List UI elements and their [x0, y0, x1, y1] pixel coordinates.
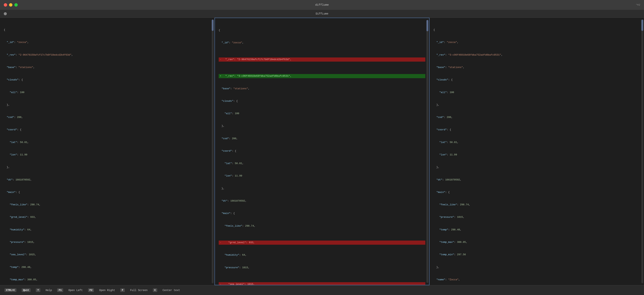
list-item: "base": "stations",: [4, 65, 210, 69]
list-item: "temp_max": 300.05,: [4, 278, 210, 282]
panel-right: { "_id": "zocca", "_rev": "3-c96f46010e6…: [430, 18, 644, 285]
list-item: },: [434, 165, 640, 169]
label-help: Help: [46, 289, 52, 292]
list-item: "coord": {: [219, 149, 426, 153]
center-scrollbar-thumb[interactable]: [426, 20, 428, 31]
list-item: "lat": 50.01,: [219, 161, 426, 166]
label-fullscreen: Full Screen: [130, 289, 148, 292]
list-item: "feels_like": 298.74,: [219, 224, 426, 228]
list-item: "temp": 298.48,: [4, 265, 210, 269]
list-item: "all": 100: [434, 90, 640, 95]
list-item: "dt": 1661870592,: [4, 178, 210, 182]
statusbar: CTRL+C Quit ? Help F1 Open Left F2 Open …: [0, 285, 644, 295]
panel-center: { "_id": "zocca", - "_rev": "2-96476159a…: [214, 18, 430, 285]
list-item: "clouds": {: [434, 78, 640, 82]
list-item: "cod": 200,: [434, 115, 640, 119]
list-item: "all": 100: [219, 111, 426, 116]
list-item: "_rev": "2-96476159afcf17c7b0f18edcd2b4f…: [4, 53, 210, 57]
header-dot: [4, 12, 7, 15]
list-item: "base": "stations",: [219, 87, 426, 91]
list-item: "lat": 50.01,: [434, 140, 640, 144]
list-item: "cod": 200,: [219, 137, 426, 141]
app-header: DiffLume: [0, 10, 644, 18]
list-item-removed: - "grnd_level": 933,: [219, 241, 426, 245]
list-item: "base": "stations",: [434, 65, 640, 69]
list-item: "_id": "zocca",: [219, 41, 426, 45]
list-item-removed: - "_rev": "2-96476159afcf17c7b0f18edcd2b…: [219, 57, 426, 62]
right-scrollbar-thumb[interactable]: [641, 19, 643, 31]
list-item: "sea_level": 1015,: [4, 253, 210, 257]
statusbar-open-left[interactable]: Open Left: [66, 288, 86, 293]
label-open-right: Open Right: [99, 289, 115, 292]
statusbar-help-q[interactable]: ?: [33, 287, 43, 293]
key-quit: Quit: [22, 289, 30, 292]
label-center-text: Center text: [162, 289, 180, 292]
key-c: C: [153, 289, 158, 292]
list-item: "lat": 50.01,: [4, 140, 210, 144]
list-item: "temp": 298.48,: [434, 228, 640, 232]
left-scrollbar-thumb[interactable]: [212, 19, 214, 31]
list-item: "all": 100: [4, 90, 210, 95]
list-item: "temp_min": 297.56: [434, 253, 640, 257]
list-item: "coord": {: [434, 128, 640, 132]
statusbar-ctrl-c[interactable]: CTRL+C: [2, 287, 19, 293]
list-item: "pressure": 1015,: [434, 215, 640, 219]
list-item: "_id": "zocca",: [4, 40, 210, 44]
list-item: {: [4, 28, 210, 32]
maximize-button[interactable]: [14, 3, 18, 6]
right-scrollbar[interactable]: [641, 19, 643, 283]
key-f2: F2: [88, 289, 94, 292]
list-item: "feels_like": 298.74,: [4, 203, 210, 207]
list-item: "name": "Zocca",: [434, 278, 640, 282]
main-content: { "_id": "zocca", "_rev": "2-96476159afc…: [0, 18, 644, 285]
left-code: { "_id": "zocca", "_rev": "2-96476159afc…: [4, 19, 210, 285]
statusbar-c-key[interactable]: C: [150, 287, 160, 293]
list-item: },: [4, 165, 210, 169]
left-scrollbar[interactable]: [212, 19, 214, 283]
list-item-removed: - "sea_level": 1015,: [219, 282, 426, 285]
statusbar-f1[interactable]: F1: [54, 287, 66, 293]
statusbar-open-right[interactable]: Open Right: [96, 288, 118, 293]
list-item: {: [219, 28, 426, 32]
statusbar-quit[interactable]: Quit: [19, 287, 33, 293]
list-item: "feels_like": 298.74,: [434, 203, 640, 207]
list-item: "humidity": 64,: [4, 228, 210, 232]
key-f1: F1: [57, 289, 63, 292]
list-item: },: [219, 124, 426, 128]
list-item: "main": {: [4, 190, 210, 194]
list-item: "_id": "zocca",: [434, 40, 640, 44]
statusbar-f2[interactable]: F2: [86, 287, 97, 293]
titlebar-shortcut: ⌃⌘2: [636, 3, 640, 6]
list-item: "cod": 200,: [4, 115, 210, 119]
titlebar: difflume ⌃⌘2: [0, 0, 644, 10]
center-scrollbar[interactable]: [426, 20, 428, 283]
right-code: { "_id": "zocca", "_rev": "3-c96f46010e6…: [434, 19, 640, 285]
statusbar-help[interactable]: Help: [43, 288, 55, 293]
list-item: "humidity": 64,: [219, 253, 426, 257]
list-item: "clouds": {: [219, 99, 426, 103]
key-f: F: [120, 289, 125, 292]
window-controls[interactable]: [4, 3, 18, 6]
list-item: {: [434, 28, 640, 32]
list-item: },: [219, 187, 426, 191]
minimize-button[interactable]: [9, 3, 12, 6]
list-item: "dt": 1661870592,: [219, 199, 426, 203]
list-item: "coord": {: [4, 128, 210, 132]
close-button[interactable]: [4, 3, 7, 6]
list-item: },: [434, 265, 640, 269]
panel-left: { "_id": "zocca", "_rev": "2-96476159afc…: [0, 18, 214, 285]
list-item: "lon": 11.99: [4, 153, 210, 157]
center-code: { "_id": "zocca", - "_rev": "2-96476159a…: [219, 20, 426, 285]
statusbar-f-key[interactable]: F: [118, 287, 128, 293]
list-item-added: + "_rev": "3-c96f46010e68fdba752adfd0baf…: [219, 74, 426, 78]
list-item: "_rev": "3-c96f46010e68fdba752adfd0bafc0…: [434, 53, 640, 57]
list-item: "pressure": 1015,: [219, 266, 426, 270]
statusbar-fullscreen[interactable]: Full Screen: [128, 288, 150, 293]
list-item: "lon": 11.99: [219, 174, 426, 178]
statusbar-center-text[interactable]: Center text: [160, 288, 182, 293]
list-item: "clouds": {: [4, 78, 210, 82]
list-item: "temp_max": 300.05,: [434, 240, 640, 244]
key-q: ?: [36, 289, 40, 292]
list-item: "lon": 11.99: [434, 153, 640, 157]
list-item: },: [434, 103, 640, 107]
